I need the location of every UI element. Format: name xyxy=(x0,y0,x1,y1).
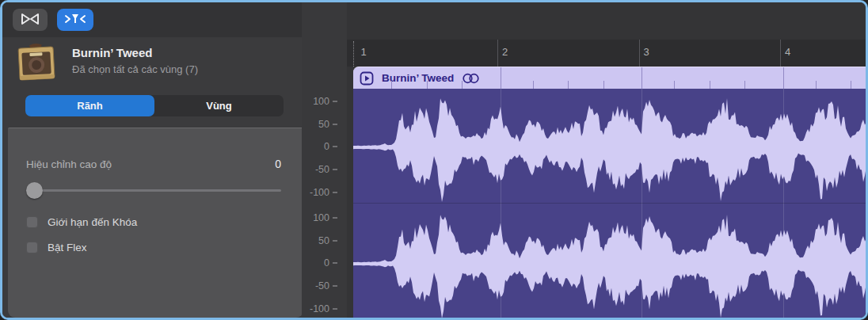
scale-value: 50 xyxy=(303,119,329,130)
beat-tick xyxy=(851,81,851,89)
scale-value: 0 xyxy=(303,141,329,152)
zero-amplitude-line xyxy=(353,263,868,265)
enable-flex-checkbox[interactable] xyxy=(26,242,38,253)
amp-thumbnail xyxy=(14,42,59,83)
header-measure-line xyxy=(783,67,784,90)
scale-value: 100 xyxy=(303,212,329,223)
beat-tick xyxy=(744,81,745,89)
zero-amplitude-line xyxy=(353,147,868,148)
amplitude-scale-gutter: 100500-50-100100500-50-100 xyxy=(302,2,347,320)
tab-track[interactable]: Rãnh xyxy=(25,95,154,116)
scale-label-row: 100 xyxy=(303,96,337,107)
editor-toolbar xyxy=(2,2,302,37)
scale-tick xyxy=(333,240,337,242)
region-trim-button[interactable] xyxy=(13,9,48,31)
beat-tick xyxy=(391,81,392,89)
scale-tick xyxy=(333,262,337,264)
scale-value: 0 xyxy=(303,257,329,269)
scale-value: -50 xyxy=(303,280,329,291)
app-window: Burnin’ Tweed Đã chọn tất cả các vùng (7… xyxy=(0,0,868,320)
scale-tick xyxy=(333,101,337,102)
beat-tick xyxy=(533,81,534,89)
pitch-correction-value: 0 xyxy=(202,158,281,170)
limit-to-key-checkbox[interactable] xyxy=(26,216,38,228)
play-icon[interactable] xyxy=(360,71,374,86)
inspector-tab-bar: Rãnh Vùng xyxy=(25,95,284,116)
header-measure-line xyxy=(641,67,642,90)
bowtie-icon xyxy=(20,12,40,29)
ruler-measure-number: 1 xyxy=(361,46,367,58)
scale-tick xyxy=(333,217,337,219)
scale-label-row: -100 xyxy=(303,187,337,198)
selection-title: Burnin’ Tweed xyxy=(72,46,152,59)
tab-region[interactable]: Vùng xyxy=(154,95,284,116)
scale-value: 100 xyxy=(303,96,329,107)
scale-value: -50 xyxy=(303,164,329,175)
scale-label-row: -50 xyxy=(303,164,337,175)
beat-tick xyxy=(674,81,675,89)
beat-tick xyxy=(603,81,604,89)
scale-tick xyxy=(333,146,337,147)
pitch-slider-track[interactable] xyxy=(26,189,281,192)
scale-label-row: 50 xyxy=(303,235,337,246)
flex-icon xyxy=(64,12,86,29)
ruler-measure-line xyxy=(497,40,498,67)
beat-tick xyxy=(816,81,817,89)
enable-flex-checkbox-row[interactable]: Bật Flex xyxy=(26,242,87,253)
waveform-display[interactable] xyxy=(353,89,868,320)
scale-value: 50 xyxy=(303,235,329,246)
pitch-slider-thumb[interactable] xyxy=(26,182,43,199)
scale-label-row: -50 xyxy=(303,280,337,291)
ruler-measure-line xyxy=(639,40,640,67)
scale-value: -100 xyxy=(303,187,329,198)
region-start-marker xyxy=(353,41,354,67)
scale-tick xyxy=(333,169,337,170)
scale-label-row: 0 xyxy=(303,141,337,152)
scale-label-row: 0 xyxy=(303,257,337,269)
limit-to-key-label: Giới hạn đến Khóa xyxy=(48,216,137,228)
ruler-measure-number: 3 xyxy=(644,46,649,58)
ruler-measure-line xyxy=(780,40,781,67)
beat-tick xyxy=(427,81,428,89)
ruler-measure-number: 2 xyxy=(502,46,508,58)
scale-label-row: -100 xyxy=(303,303,337,314)
track-area: 1234 Burnin’ Tweed xyxy=(347,2,868,320)
region-name: Burnin’ Tweed xyxy=(382,72,454,84)
time-ruler[interactable]: 1234 xyxy=(347,40,868,67)
scale-label-row: 50 xyxy=(303,119,337,130)
region-header[interactable]: Burnin’ Tweed xyxy=(353,67,868,89)
ruler-measure-number: 4 xyxy=(785,46,790,58)
limit-to-key-checkbox-row[interactable]: Giới hạn đến Khóa xyxy=(26,216,137,228)
selection-subtitle: Đã chọn tất cả các vùng (7) xyxy=(72,63,198,75)
inspector-panel: Burnin’ Tweed Đã chọn tất cả các vùng (7… xyxy=(2,2,302,320)
scale-label-row: 100 xyxy=(303,212,337,223)
flex-button[interactable] xyxy=(57,9,93,31)
beat-tick xyxy=(568,81,569,89)
enable-flex-label: Bật Flex xyxy=(48,242,87,253)
pitch-correction-label: Hiệu chỉnh cao độ xyxy=(26,158,112,170)
header-measure-line xyxy=(501,67,501,90)
scale-tick xyxy=(333,192,337,193)
beat-tick xyxy=(462,81,463,89)
stereo-circles-icon xyxy=(461,73,481,84)
beat-tick xyxy=(710,81,710,89)
scale-value: -100 xyxy=(303,303,329,314)
scale-tick xyxy=(333,308,337,310)
scale-tick xyxy=(333,124,337,125)
scale-tick xyxy=(333,285,337,287)
